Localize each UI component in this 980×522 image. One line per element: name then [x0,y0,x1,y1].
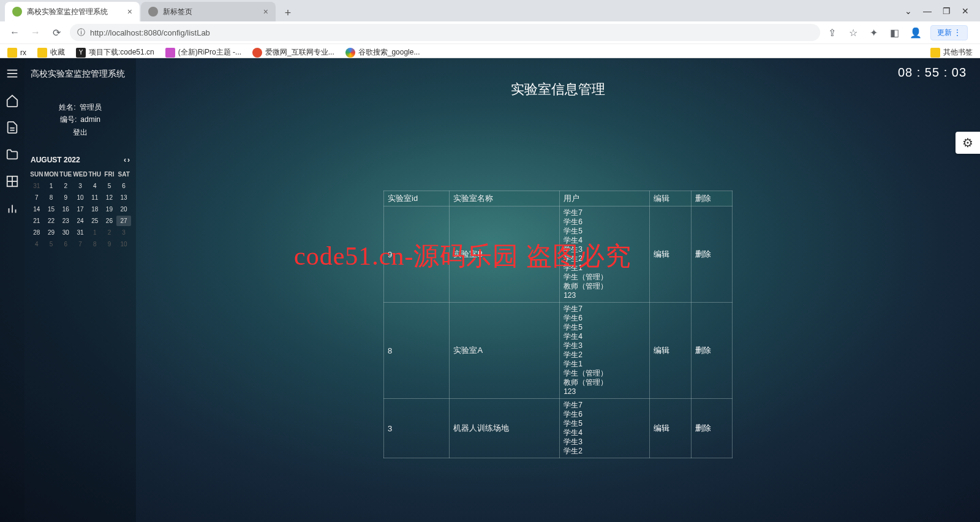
calendar-day[interactable]: 22 [44,216,59,226]
table-row: 3机器人训练场地学生7学生6学生5学生4学生3学生2编辑删除 [384,399,733,458]
calendar-day[interactable]: 4 [29,239,44,249]
calendar-day[interactable]: 30 [58,227,73,238]
document-icon[interactable] [6,121,19,134]
calendar-day[interactable]: 18 [88,204,102,214]
bookmark-item[interactable]: rx [7,48,26,58]
calendar-day[interactable]: 2 [102,227,117,238]
calendar-day[interactable]: 9 [102,239,117,249]
delete-link[interactable]: 删除 [691,206,732,303]
delete-link[interactable]: 删除 [691,303,732,399]
calendar-day[interactable]: 15 [44,204,59,214]
share-icon[interactable]: ⇪ [826,26,839,39]
calendar-day[interactable]: 5 [102,181,117,191]
calendar-day[interactable]: 29 [44,227,59,238]
calendar-dow: THU [88,169,102,180]
calendar-day[interactable]: 8 [88,239,102,249]
folder-icon[interactable] [6,148,19,161]
new-tab-button[interactable]: + [279,4,296,21]
logout-link[interactable]: 登出 [73,126,88,138]
calendar-day[interactable]: 24 [73,216,88,226]
calendar-day[interactable]: 14 [29,204,44,214]
edit-link[interactable]: 编辑 [650,206,691,303]
calendar-day[interactable]: 9 [58,192,73,203]
calendar-day[interactable]: 31 [29,181,44,191]
bookmark-item[interactable]: 收藏 [37,47,65,58]
calendar-dow: FRI [102,169,117,180]
extensions-icon[interactable]: ✦ [868,26,880,39]
close-tab-icon[interactable]: × [263,7,268,17]
calendar-day[interactable]: 3 [116,227,131,238]
bookmark-item[interactable]: (全新)RiPro主题 -... [165,47,241,58]
lab-name-cell: 实验室A [450,303,560,399]
calendar-day[interactable]: 23 [58,216,73,226]
calendar-day[interactable]: 10 [116,239,131,249]
bookmark-item[interactable]: 爱微网_互联网专业... [252,47,334,58]
calendar-day[interactable]: 10 [73,192,88,203]
delete-link[interactable]: 删除 [691,399,732,458]
window-close-icon[interactable]: ✕ [962,6,969,16]
calendar-day[interactable]: 6 [116,181,131,191]
calendar-day[interactable]: 5 [44,239,59,249]
back-button[interactable]: ← [7,25,22,40]
other-bookmarks[interactable]: 其他书签 [930,47,973,58]
user-entry: 123 [564,387,646,396]
menu-icon[interactable] [6,67,19,80]
calendar-day[interactable]: 4 [88,181,102,191]
reload-button[interactable]: ⟳ [49,25,64,40]
calendar-day[interactable]: 27 [116,216,131,226]
calendar-day[interactable]: 1 [44,181,59,191]
calendar-day[interactable]: 1 [88,227,102,238]
calendar-day[interactable]: 6 [58,239,73,249]
user-entry: 学生2 [564,350,646,360]
window-dropdown-icon[interactable]: ⌄ [905,6,912,16]
url-input[interactable]: ⓘ http://localhost:8080/config/listLab [70,24,820,41]
calendar-day[interactable]: 16 [58,204,73,214]
browser-chrome: 高校实验室监控管理系统 × 新标签页 × + ⌄ — ❐ ✕ ← → ⟳ ⓘ h… [0,0,980,58]
calendar-day[interactable]: 13 [116,192,131,203]
window-minimize-icon[interactable]: — [923,6,932,16]
edit-link[interactable]: 编辑 [650,399,691,458]
calendar-day[interactable]: 31 [73,227,88,238]
site-info-icon[interactable]: ⓘ [77,27,85,38]
calendar-day[interactable]: 12 [102,192,117,203]
calendar-day[interactable]: 11 [88,192,102,203]
profile-icon[interactable]: 👤 [910,26,922,39]
edit-link[interactable]: 编辑 [650,303,691,399]
user-entry: 学生（管理） [564,369,646,378]
settings-gear-icon[interactable]: ⚙ [956,132,980,154]
calendar-day[interactable]: 19 [102,204,117,214]
bookmark-star-icon[interactable]: ☆ [847,26,859,39]
forward-button[interactable]: → [28,25,43,40]
chart-icon[interactable] [6,202,19,215]
bookmark-item[interactable]: Y项目下载:code51.cn [76,47,154,58]
calendar-day[interactable]: 3 [73,181,88,191]
user-name-value: 管理员 [80,101,102,113]
calendar-day[interactable]: 7 [29,192,44,203]
browser-tab-active[interactable]: 高校实验室监控管理系统 × [5,2,140,21]
calendar-day[interactable]: 7 [73,239,88,249]
calendar-day[interactable]: 21 [29,216,44,226]
calendar-day[interactable]: 2 [58,181,73,191]
bookmark-item[interactable]: 谷歌搜索_google... [345,47,420,58]
sidepanel-icon[interactable]: ◧ [889,26,901,39]
table-row: 8实验室A学生7学生6学生5学生4学生3学生2学生1学生（管理）教师（管理）12… [384,303,733,399]
window-maximize-icon[interactable]: ❐ [943,6,951,16]
tab-title: 高校实验室监控管理系统 [27,7,108,17]
browser-tab[interactable]: 新标签页 × [141,2,276,21]
user-entry: 学生4 [564,236,646,245]
calendar-prev-icon[interactable]: ‹ [124,156,126,164]
home-icon[interactable] [6,94,19,107]
calendar-day[interactable]: 25 [88,216,102,226]
user-entry: 学生3 [564,437,646,447]
calendar-day[interactable]: 26 [102,216,117,226]
calendar-day[interactable]: 28 [29,227,44,238]
calendar-next-icon[interactable]: › [127,156,130,164]
calendar-day[interactable]: 8 [44,192,59,203]
icon-rail [0,58,24,522]
close-tab-icon[interactable]: × [127,7,132,17]
update-button[interactable]: 更新 ⋮ [930,25,968,40]
grid-icon[interactable] [6,175,19,188]
calendar-day[interactable]: 20 [116,204,131,214]
calendar-day[interactable]: 17 [73,204,88,214]
user-entry: 学生6 [564,410,646,419]
